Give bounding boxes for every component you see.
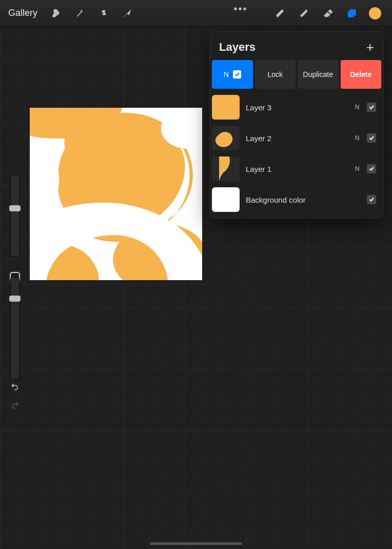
layers-panel-title: Layers bbox=[219, 41, 256, 54]
delete-button[interactable]: Delete bbox=[341, 60, 382, 89]
color-swatch[interactable] bbox=[366, 5, 384, 22]
transform-arrow-icon[interactable] bbox=[119, 5, 136, 22]
layer-name: Background color bbox=[246, 195, 347, 204]
layer-name: Layer 1 bbox=[246, 165, 347, 173]
smudge-icon[interactable] bbox=[296, 5, 313, 22]
actions-wrench-icon[interactable] bbox=[48, 5, 65, 22]
layer-thumbnail bbox=[212, 95, 240, 120]
brush-icon[interactable] bbox=[272, 5, 289, 22]
layer-thumbnail bbox=[212, 156, 240, 181]
layer-thumbnail bbox=[212, 187, 240, 212]
layer-visible-checkbox[interactable] bbox=[367, 133, 376, 143]
selected-layer-visible-checkbox[interactable] bbox=[233, 70, 241, 79]
lock-button[interactable]: Lock bbox=[255, 60, 296, 89]
gallery-button[interactable]: Gallery bbox=[5, 6, 41, 21]
layer-blend-indicator[interactable]: N bbox=[354, 104, 361, 111]
eraser-icon[interactable] bbox=[319, 5, 337, 22]
layer-visible-checkbox[interactable] bbox=[367, 164, 376, 173]
layer-row[interactable]: Layer 3 N bbox=[212, 92, 381, 123]
undo-icon[interactable] bbox=[8, 380, 22, 393]
brush-size-slider[interactable] bbox=[10, 174, 19, 257]
layers-panel: Layers + N Lock Duplicate Delete Layer 3… bbox=[209, 31, 384, 219]
layer-row[interactable]: Layer 2 N bbox=[212, 123, 381, 153]
layer-row[interactable]: Layer 1 N bbox=[212, 153, 381, 184]
home-indicator[interactable] bbox=[150, 542, 242, 545]
canvas-artwork[interactable] bbox=[30, 108, 202, 280]
layer-thumbnail bbox=[212, 126, 240, 150]
more-menu-icon[interactable]: ••• bbox=[233, 3, 248, 15]
blend-mode-button[interactable]: N bbox=[212, 60, 253, 89]
duplicate-button[interactable]: Duplicate bbox=[298, 60, 339, 89]
redo-icon[interactable] bbox=[8, 398, 22, 411]
layer-name: Layer 3 bbox=[246, 103, 347, 112]
layer-visible-checkbox[interactable] bbox=[367, 195, 376, 204]
opacity-thumb[interactable] bbox=[9, 296, 21, 302]
layer-blend-indicator[interactable]: N bbox=[354, 134, 361, 142]
adjustments-wand-icon[interactable] bbox=[71, 5, 89, 22]
layer-blend-indicator[interactable]: N bbox=[354, 165, 361, 172]
layer-actions-row: N Lock Duplicate Delete bbox=[210, 60, 383, 92]
layers-list: Layer 3 N Layer 2 N Layer 1 N bbox=[210, 92, 383, 218]
opacity-slider[interactable] bbox=[10, 277, 19, 380]
current-color-icon bbox=[369, 7, 381, 19]
side-toolbar bbox=[5, 174, 24, 410]
layer-name: Layer 2 bbox=[246, 134, 347, 143]
add-layer-button[interactable]: + bbox=[366, 41, 374, 54]
layers-icon[interactable] bbox=[343, 5, 360, 22]
brush-size-thumb[interactable] bbox=[9, 205, 21, 211]
selection-s-icon[interactable] bbox=[95, 5, 112, 22]
background-layer-row[interactable]: Background color bbox=[212, 184, 381, 215]
top-toolbar: Gallery ••• bbox=[0, 0, 392, 27]
layer-visible-checkbox[interactable] bbox=[367, 103, 376, 112]
svg-rect-1 bbox=[350, 9, 356, 15]
blend-mode-label: N bbox=[224, 70, 229, 79]
